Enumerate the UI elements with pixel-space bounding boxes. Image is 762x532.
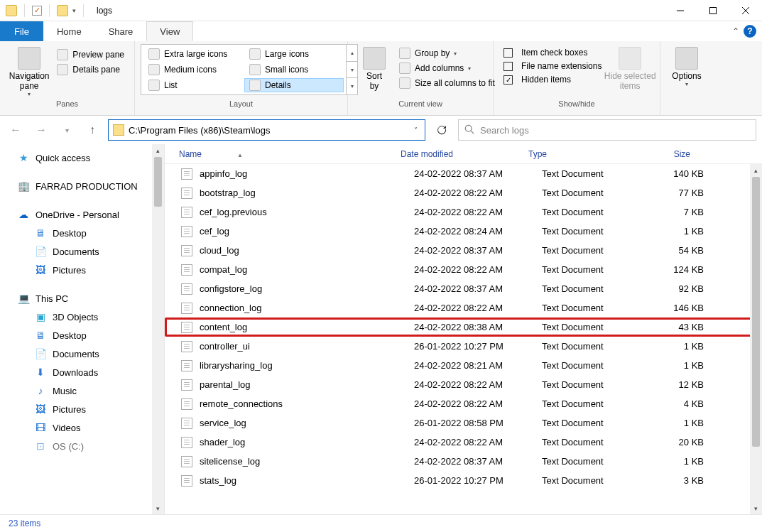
file-row[interactable]: cef_log.previous24-02-2022 08:22 AMText … (165, 202, 762, 222)
nav-od-documents[interactable]: 📄Documents (0, 242, 152, 261)
file-row[interactable]: controller_ui26-01-2022 10:27 PMText Doc… (165, 337, 762, 356)
nav-pictures[interactable]: 🖼Pictures (0, 400, 152, 418)
file-row[interactable]: remote_connections24-02-2022 08:22 AMTex… (165, 394, 762, 413)
nav-farrad[interactable]: 🏢FARRAD PRODUCTION (0, 177, 152, 195)
nav-this-pc[interactable]: 💻This PC (0, 289, 152, 308)
file-row[interactable]: service_log26-01-2022 08:58 PMText Docum… (165, 413, 762, 433)
qat-customize-icon[interactable]: ▾ (72, 7, 76, 14)
file-row[interactable]: librarysharing_log24-02-2022 08:21 AMTex… (165, 356, 762, 375)
tab-file[interactable]: File (0, 21, 43, 41)
nav-videos[interactable]: 🎞Videos (0, 418, 152, 437)
file-row[interactable]: appinfo_log24-02-2022 08:37 AMText Docum… (165, 164, 762, 183)
nav-os-c[interactable]: ⊡OS (C:) (0, 437, 152, 455)
nav-downloads[interactable]: ⬇Downloads (0, 363, 152, 381)
file-row[interactable]: content_log24-02-2022 08:38 AMText Docum… (165, 317, 762, 337)
item-check-boxes-toggle[interactable]: Item check boxes (499, 47, 606, 58)
file-row[interactable]: connection_log24-02-2022 08:22 AMText Do… (165, 298, 762, 317)
sort-by-button[interactable]: Sort by (354, 44, 395, 92)
layout-details[interactable]: Details (244, 78, 344, 92)
nav-quick-access[interactable]: ★Quick access (0, 148, 152, 167)
text-document-icon (181, 188, 192, 199)
tab-home[interactable]: Home (43, 21, 95, 41)
layout-details-label: Details (265, 80, 291, 90)
layout-small[interactable]: Small icons (244, 63, 344, 77)
options-button[interactable]: Options ▾ (666, 44, 707, 89)
file-size: 4 KB (648, 398, 712, 409)
address-dropdown-icon[interactable]: ˅ (411, 126, 420, 134)
file-size: 146 KB (648, 303, 712, 313)
file-ext-label: File name extensions (521, 61, 602, 71)
navigation-pane: ★Quick access 🏢FARRAD PRODUCTION ☁OneDri… (0, 144, 165, 514)
tab-view[interactable]: View (146, 21, 193, 41)
file-size: 20 KB (648, 437, 712, 447)
text-document-icon (181, 379, 192, 391)
file-row[interactable]: configstore_log24-02-2022 08:37 AMText D… (165, 279, 762, 298)
group-by-button[interactable]: Group by ▾ (395, 47, 499, 60)
col-size-header[interactable]: Size (635, 149, 699, 159)
nav-scrollbar[interactable]: ▴▾ (152, 144, 164, 514)
text-document-icon (181, 322, 192, 333)
layout-extra-large[interactable]: Extra large icons (143, 47, 243, 61)
address-bar[interactable]: C:\Program Files (x86)\Steam\logs ˅ (108, 119, 425, 141)
back-button[interactable]: ← (6, 120, 26, 140)
col-type-header[interactable]: Type (528, 149, 635, 159)
qat-properties-icon[interactable]: ✓ (32, 6, 42, 16)
nav-documents[interactable]: 📄Documents (0, 344, 152, 363)
file-row[interactable]: cloud_log24-02-2022 08:37 AMText Documen… (165, 241, 762, 260)
file-row[interactable]: shader_log24-02-2022 08:22 AMText Docume… (165, 433, 762, 452)
help-icon[interactable]: ? (744, 25, 756, 38)
layout-medium[interactable]: Medium icons (143, 63, 243, 77)
file-size: 1 KB (648, 341, 712, 352)
file-name-ext-toggle[interactable]: File name extensions (499, 60, 606, 72)
file-name: librarysharing_log (200, 360, 414, 371)
details-pane-button[interactable]: Details pane (53, 63, 129, 76)
maximize-button[interactable] (697, 0, 729, 21)
file-date: 24-02-2022 08:22 AM (414, 264, 542, 275)
file-row[interactable]: parental_log24-02-2022 08:22 AMText Docu… (165, 375, 762, 394)
options-label: Options (672, 71, 701, 81)
preview-pane-button[interactable]: Preview pane (53, 48, 129, 61)
file-row[interactable]: compat_log24-02-2022 08:22 AMText Docume… (165, 260, 762, 279)
tab-share[interactable]: Share (95, 21, 147, 41)
file-row[interactable]: bootstrap_log24-02-2022 08:22 AMText Doc… (165, 183, 762, 202)
refresh-button[interactable] (431, 119, 452, 141)
collapse-ribbon-icon[interactable]: ⌃ (732, 26, 739, 36)
nav-music[interactable]: ♪Music (0, 381, 152, 400)
address-path[interactable]: C:\Program Files (x86)\Steam\logs (129, 125, 411, 136)
hidden-items-toggle[interactable]: ✓Hidden items (499, 74, 606, 85)
hide-selected-button[interactable]: Hide selected items (606, 44, 654, 92)
file-row[interactable]: stats_log26-01-2022 10:27 PMText Documen… (165, 471, 762, 490)
navigation-pane-icon (18, 47, 40, 70)
nav-od-desktop[interactable]: 🖥Desktop (0, 224, 152, 242)
file-date: 24-02-2022 08:22 AM (414, 303, 542, 313)
up-button[interactable]: ↑ (82, 120, 102, 140)
text-document-icon (181, 456, 192, 467)
file-type: Text Document (542, 322, 648, 332)
size-all-columns-button[interactable]: Size all columns to fit (395, 77, 499, 89)
layout-xl-label: Extra large icons (164, 49, 227, 59)
layout-large[interactable]: Large icons (244, 47, 344, 61)
search-box[interactable]: Search logs (458, 119, 756, 141)
file-scrollbar[interactable]: ▴▾ (750, 164, 762, 514)
nav-3d-objects[interactable]: ▣3D Objects (0, 308, 152, 326)
checkbox-empty-icon (504, 48, 513, 58)
file-name: connection_log (200, 303, 414, 313)
minimize-button[interactable] (664, 0, 697, 21)
layout-scroll[interactable]: ▴▾▾ (346, 45, 357, 94)
qat-folder-icon[interactable] (57, 5, 68, 16)
recent-locations-button[interactable]: ▾ (57, 120, 77, 140)
close-button[interactable] (729, 0, 762, 21)
forward-button[interactable]: → (31, 120, 51, 140)
file-type: Text Document (542, 245, 648, 256)
file-row[interactable]: sitelicense_log24-02-2022 08:37 AMText D… (165, 452, 762, 471)
layout-list[interactable]: List (143, 78, 243, 92)
add-columns-button[interactable]: Add columns ▾ (395, 62, 499, 75)
nav-od-pictures[interactable]: 🖼Pictures (0, 261, 152, 279)
col-name-header[interactable]: Name▲ (165, 149, 401, 159)
nav-desktop[interactable]: 🖥Desktop (0, 326, 152, 344)
file-row[interactable]: cef_log24-02-2022 08:24 AMText Document1… (165, 222, 762, 241)
nav-onedrive[interactable]: ☁OneDrive - Personal (0, 205, 152, 224)
navigation-pane-button[interactable]: Navigation pane ▾ (6, 44, 53, 99)
col-date-header[interactable]: Date modified (401, 149, 528, 159)
address-bar-row: ← → ▾ ↑ C:\Program Files (x86)\Steam\log… (0, 116, 762, 144)
